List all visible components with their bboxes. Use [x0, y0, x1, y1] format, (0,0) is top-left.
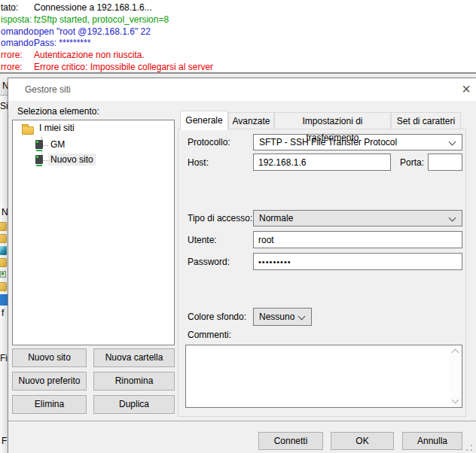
folder-icon: [0, 258, 7, 267]
tab-set-di-caratteri[interactable]: Set di caratteri: [391, 112, 461, 129]
server-icon: [35, 155, 43, 164]
close-icon[interactable]: ×: [456, 80, 476, 99]
protocol-label: Protocollo:: [188, 137, 230, 147]
tree-item-root[interactable]: I miei siti: [13, 122, 77, 134]
tab-avanzate[interactable]: Avanzate: [228, 112, 274, 129]
logon-type-value: Normale: [259, 213, 293, 223]
text-fragment: Fi: [0, 353, 8, 363]
file-icon: [0, 271, 6, 278]
log-label: omando:: [1, 38, 36, 48]
tab-generale[interactable]: Generale: [180, 111, 228, 130]
bg-color-label: Colore sfondo:: [188, 312, 246, 322]
folder-icon: [22, 126, 34, 135]
folder-icon: [0, 282, 7, 291]
duplicate-button[interactable]: Duplica: [93, 395, 175, 414]
connect-button[interactable]: Connetti: [258, 432, 323, 450]
dialog-title: Gestore siti: [25, 84, 71, 95]
site-manager-dialog: Gestore siti × Seleziona elemento: I mie…: [8, 78, 476, 453]
log-label: isposta:: [1, 14, 32, 25]
tree-item-label: I miei siti: [37, 122, 77, 134]
text-fragment: f: [2, 308, 4, 318]
log-text: Autenticazione non riuscita.: [34, 50, 145, 60]
folder-icon: [0, 234, 7, 243]
new-bookmark-button[interactable]: Nuovo preferito: [12, 372, 87, 391]
log-label: omando:: [1, 26, 36, 37]
dialog-titlebar[interactable]: Gestore siti ×: [8, 78, 476, 101]
password-label: Password:: [188, 257, 230, 267]
dialog-separator: [8, 421, 476, 421]
chevron-down-icon: [449, 138, 456, 146]
new-site-button[interactable]: Nuovo sito: [12, 348, 87, 367]
log-text: fzSftp started, protocol_version=8: [34, 14, 169, 25]
password-input[interactable]: [253, 253, 462, 270]
log-label: rrore:: [1, 50, 23, 60]
log-label: tato:: [1, 2, 18, 13]
log-text: Errore critico: Impossibile collegarsi a…: [34, 62, 213, 72]
network-icon: [0, 246, 7, 255]
resize-grip[interactable]: [466, 445, 472, 451]
folder-icon: [0, 222, 7, 231]
chevron-down-icon: [449, 214, 456, 222]
chevron-down-icon: [298, 313, 306, 321]
user-label: Utente:: [188, 235, 217, 245]
bg-color-select[interactable]: Nessuno: [253, 308, 312, 326]
logon-type-label: Tipo di accesso:: [188, 213, 252, 223]
port-input[interactable]: [428, 154, 462, 171]
screen: tato: Connessione a 192.168.1.6... ispos…: [0, 0, 476, 453]
tab-impostazioni-di-trasferimento[interactable]: Impostazioni di trasferimento: [274, 112, 391, 129]
site-tree[interactable]: I miei siti GM Nuovo sito: [12, 120, 175, 345]
server-icon: [35, 140, 43, 149]
delete-button[interactable]: Elimina: [12, 395, 87, 414]
port-label: Porta:: [400, 157, 424, 168]
comments-textarea[interactable]: [186, 345, 449, 407]
comments-label: Commenti:: [188, 330, 231, 340]
bg-color-value: Nessuno: [259, 312, 294, 322]
host-input[interactable]: [253, 154, 391, 171]
select-entry-label: Seleziona elemento:: [17, 106, 99, 117]
rename-button[interactable]: Rinomina: [93, 372, 175, 391]
new-folder-button[interactable]: Nuova cartella: [93, 348, 175, 367]
log-label: rrore:: [1, 62, 23, 72]
host-label: Host:: [188, 157, 209, 168]
comments-box: [185, 345, 462, 408]
scroll-down-icon[interactable]: [452, 397, 459, 404]
tree-item-label: GM: [48, 138, 67, 150]
cancel-button[interactable]: Annulla: [402, 432, 462, 450]
log-text: Connessione a 192.168.1.6...: [34, 2, 152, 13]
scroll-up-icon[interactable]: [452, 349, 459, 357]
tree-item-nuovo-sito[interactable]: Nuovo sito: [13, 154, 96, 166]
logon-type-select[interactable]: Normale: [253, 210, 462, 226]
log-text: Pass: *********: [34, 38, 90, 48]
log-text: open "root @192.168.1.6" 22: [34, 26, 151, 37]
ok-button[interactable]: OK: [331, 432, 394, 450]
text-fragment: F: [2, 436, 7, 446]
user-input[interactable]: [253, 231, 462, 248]
tree-item-gm[interactable]: GM: [13, 138, 67, 150]
comments-scrollbar[interactable]: [449, 345, 462, 407]
tree-item-label: Nuovo sito: [48, 154, 96, 166]
